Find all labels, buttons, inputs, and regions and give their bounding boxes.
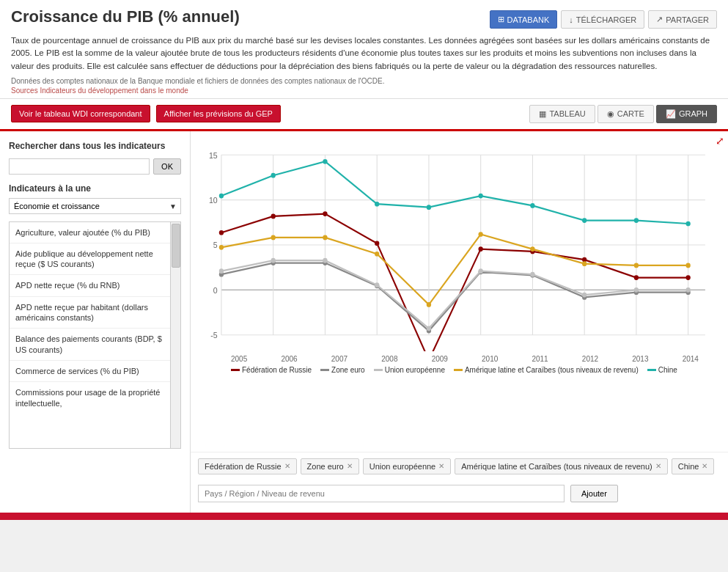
legend-color-eurozone xyxy=(320,369,329,371)
legend-color-eu xyxy=(374,369,383,371)
tab-carte[interactable]: ◉ CARTE xyxy=(598,105,654,123)
tag: Union européenne✕ xyxy=(363,458,452,474)
svg-point-39 xyxy=(634,275,639,280)
tab-tableau[interactable]: ▦ TABLEAU xyxy=(529,105,595,123)
tableau-label: TABLEAU xyxy=(549,109,585,118)
legend-china: Chine xyxy=(647,366,677,374)
svg-point-55 xyxy=(427,326,431,331)
svg-point-22 xyxy=(271,173,276,178)
list-item[interactable]: Commissions pour usage de la propriété i… xyxy=(10,382,170,414)
map-icon: ◉ xyxy=(607,109,614,119)
svg-point-53 xyxy=(323,258,327,263)
legend-russia: Fédération de Russie xyxy=(231,366,312,374)
year-2010: 2010 xyxy=(482,355,498,363)
source-link-row: Sources Indicateurs du développement dan… xyxy=(11,87,717,95)
svg-point-59 xyxy=(634,287,639,293)
view-buttons-row: Voir le tableau WDI correspondant Affich… xyxy=(0,99,728,131)
svg-point-32 xyxy=(271,213,276,219)
search-input[interactable] xyxy=(9,158,150,175)
tag-remove[interactable]: ✕ xyxy=(347,462,353,470)
svg-point-40 xyxy=(685,275,690,280)
svg-point-31 xyxy=(219,230,224,235)
svg-point-65 xyxy=(427,302,431,307)
sidebar-search-title: Rechercher dans tous les indicateurs xyxy=(9,140,181,153)
list-item[interactable]: Balance des paiements courants (BDP, $ U… xyxy=(10,329,170,361)
tag-remove[interactable]: ✕ xyxy=(284,462,290,470)
tag-label: Union européenne xyxy=(369,462,436,471)
legend-latam: Amérique latine et Caraïbes (tous niveau… xyxy=(454,366,639,374)
list-item[interactable]: APD nette reçue (% du RNB) xyxy=(10,275,170,296)
tag-remove[interactable]: ✕ xyxy=(702,462,707,470)
sidebar-section-title: Indicateurs à la une xyxy=(9,183,181,194)
svg-point-64 xyxy=(375,252,379,257)
bottom-bar xyxy=(0,513,728,520)
chart-svg: 15 10 5 0 -5 xyxy=(194,139,721,351)
telecharger-button[interactable]: ↓ TÉLÉCHARGER xyxy=(561,10,644,29)
svg-point-21 xyxy=(219,193,224,198)
year-2012: 2012 xyxy=(582,355,598,363)
gep-button[interactable]: Afficher les prévisions du GEP xyxy=(156,105,281,122)
svg-point-58 xyxy=(582,292,587,297)
svg-text:-5: -5 xyxy=(210,331,217,340)
download-icon: ↓ xyxy=(569,15,573,24)
year-2013: 2013 xyxy=(632,355,648,363)
source-text: Données des comptes nationaux de la Banq… xyxy=(11,77,717,85)
carte-label: CARTE xyxy=(617,109,644,118)
add-country-row: Ajouter xyxy=(198,480,721,507)
svg-point-34 xyxy=(375,241,379,246)
tag-remove[interactable]: ✕ xyxy=(438,462,444,470)
tags-area: Fédération de Russie✕Zone euro✕Union eur… xyxy=(191,452,728,513)
svg-point-30 xyxy=(685,221,690,226)
add-country-input[interactable] xyxy=(198,485,565,502)
svg-point-67 xyxy=(530,246,534,252)
svg-point-63 xyxy=(323,235,327,240)
svg-point-57 xyxy=(530,272,534,277)
tag-label: Amérique latine et Caraïbes (tous niveau… xyxy=(461,462,652,471)
tag: Chine✕ xyxy=(672,458,715,474)
svg-point-62 xyxy=(271,235,276,240)
year-2006: 2006 xyxy=(281,355,297,363)
legend-color-latam xyxy=(454,369,463,371)
tag-label: Chine xyxy=(678,462,699,471)
svg-point-52 xyxy=(271,258,276,263)
list-item[interactable]: Agriculture, valeur ajoutée (% du PIB) xyxy=(10,222,170,243)
svg-point-51 xyxy=(219,268,224,274)
list-item[interactable]: Aide publique au développement nette reç… xyxy=(10,243,170,276)
svg-text:5: 5 xyxy=(213,241,218,249)
tag: Zone euro✕ xyxy=(301,458,359,474)
partager-button[interactable]: ↗ PARTAGER xyxy=(648,10,717,29)
chart-container: ⤢ 15 10 5 0 -5 xyxy=(191,131,728,513)
russia-line xyxy=(221,213,688,351)
databank-button[interactable]: ⊞ DATABANK xyxy=(490,10,558,29)
svg-point-54 xyxy=(375,282,379,287)
add-button[interactable]: Ajouter xyxy=(570,485,618,502)
sidebar-list: Agriculture, valeur ajoutée (% du PIB)Ai… xyxy=(9,221,181,449)
search-ok-button[interactable]: OK xyxy=(153,158,181,175)
source-link-text[interactable]: Indicateurs du développement dans le mon… xyxy=(40,87,188,95)
list-item[interactable]: APD nette reçue par habitant (dollars am… xyxy=(10,297,170,329)
wdi-tableau-button[interactable]: Voir le tableau WDI correspondant xyxy=(11,105,150,122)
top-bar: Croissance du PIB (% annuel) ⊞ DATABANK … xyxy=(0,0,728,99)
description-text: Taux de pourcentage annuel de croissance… xyxy=(11,34,717,73)
tag-remove[interactable]: ✕ xyxy=(655,462,661,470)
tab-graph[interactable]: 📈 GRAPH xyxy=(656,105,717,123)
eurozone-line xyxy=(221,263,688,331)
indicators-dropdown[interactable]: Économie et croissance xyxy=(9,198,181,214)
table-icon: ▦ xyxy=(539,109,546,119)
expand-icon[interactable]: ⤢ xyxy=(716,135,724,147)
chart-icon: 📈 xyxy=(666,109,676,119)
list-item[interactable]: Commerce de services (% du PIB) xyxy=(10,361,170,382)
legend-color-russia xyxy=(231,369,240,371)
svg-point-25 xyxy=(427,205,431,210)
svg-point-24 xyxy=(375,202,379,207)
tag: Amérique latine et Caraïbes (tous niveau… xyxy=(455,458,667,474)
telecharger-label: TÉLÉCHARGER xyxy=(576,15,637,24)
svg-point-27 xyxy=(530,203,534,208)
svg-point-69 xyxy=(634,263,639,268)
svg-text:10: 10 xyxy=(209,196,218,205)
year-2011: 2011 xyxy=(532,355,548,363)
chart-legend: Fédération de Russie Zone euro Union eur… xyxy=(194,363,721,380)
year-2005: 2005 xyxy=(231,355,247,363)
tags-row: Fédération de Russie✕Zone euro✕Union eur… xyxy=(198,458,721,474)
svg-point-23 xyxy=(323,159,327,164)
